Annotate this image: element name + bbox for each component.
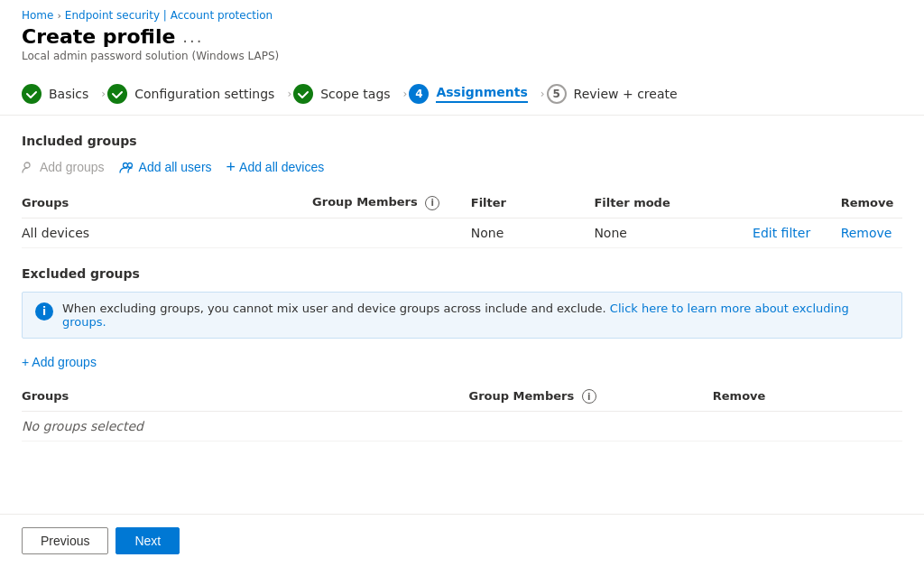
step-configuration-label: Configuration settings [134,87,274,101]
step-configuration[interactable]: Configuration settings [107,84,285,104]
person-add-icon [22,159,36,174]
excluded-groups-table: Groups Group Members i Remove No groups … [22,382,902,442]
info-banner-text: When excluding groups, you cannot mix us… [62,302,889,329]
step-scope[interactable]: Scope tags [293,84,401,104]
excl-group-members-info-icon[interactable]: i [582,389,596,404]
svg-point-1 [123,163,127,167]
footer: Previous Next [0,514,924,567]
add-all-users-button[interactable]: Add all users [119,157,212,176]
step-scope-circle [293,84,313,104]
step-assignments-label: Assignments [436,85,527,103]
cell-group-name: All devices [22,218,312,247]
breadcrumb-home[interactable]: Home [22,9,53,22]
page-subtitle: Local admin password solution (Windows L… [22,50,902,62]
wizard-steps: Basics › Configuration settings › Scope … [0,73,924,116]
col-header-filter-mode: Filter mode [594,188,753,218]
included-groups-title: Included groups [22,134,902,148]
step-sep-2: › [287,88,291,100]
svg-point-2 [127,163,132,167]
info-banner-icon: i [35,302,53,321]
cell-filter: None [471,218,595,247]
col-header-filter: Filter [471,188,595,218]
step-sep-1: › [101,88,106,100]
cell-edit-filter: Edit filter [753,218,841,247]
main-content: Included groups Add groups Add all user [0,116,924,514]
edit-filter-link[interactable]: Edit filter [753,226,810,240]
breadcrumb: Home › Endpoint security | Account prote… [0,0,924,25]
add-groups-button[interactable]: Add groups [22,157,105,176]
step-configuration-circle [107,84,127,104]
excl-col-header-groups: Groups [22,382,469,412]
table-row: All devices None None Edit filter Remove [22,218,902,247]
page-header: Create profile ... Local admin password … [0,25,924,73]
col-header-remove: Remove [841,188,902,218]
cell-filter-mode: None [594,218,753,247]
next-button[interactable]: Next [116,527,180,554]
step-basics-circle [22,84,42,104]
cell-members [312,218,471,247]
step-sep-3: › [403,88,408,100]
included-groups-actions: Add groups Add all users + Add all devic… [22,157,902,177]
step-review-label: Review + create [574,87,678,101]
add-groups-label: Add groups [40,160,105,174]
col-header-members: Group Members i [312,188,471,218]
step-review[interactable]: 5 Review + create [547,84,688,104]
remove-group-link[interactable]: Remove [841,226,892,240]
more-options-button[interactable]: ... [182,27,203,46]
svg-point-0 [24,163,30,168]
excluded-groups-actions: + Add groups [22,353,902,371]
step-basics-label: Basics [49,87,88,101]
excl-col-header-remove: Remove [713,382,902,412]
info-banner: i When excluding groups, you cannot mix … [22,292,902,339]
page-title: Create profile [22,25,175,48]
step-sep-4: › [541,88,545,100]
add-all-users-label: Add all users [139,160,212,174]
included-groups-table: Groups Group Members i Filter Filter mod… [22,188,902,248]
plus-icon: + [226,159,236,175]
cell-remove: Remove [841,218,902,247]
no-groups-row: No groups selected [22,412,902,442]
breadcrumb-endpoint[interactable]: Endpoint security | Account protection [65,9,273,22]
col-header-action [753,188,841,218]
group-members-info-icon[interactable]: i [425,196,439,210]
previous-button[interactable]: Previous [22,527,108,554]
step-basics[interactable]: Basics [22,84,99,104]
add-all-devices-label: Add all devices [239,160,324,174]
step-assignments[interactable]: 4 Assignments [409,84,538,104]
add-all-devices-button[interactable]: + Add all devices [226,157,325,177]
no-groups-text: No groups selected [22,412,902,442]
col-header-groups: Groups [22,188,312,218]
step-scope-label: Scope tags [320,87,390,101]
step-review-circle: 5 [547,84,567,104]
excluded-add-groups-button[interactable]: + Add groups [22,353,97,371]
excluded-groups-title: Excluded groups [22,266,902,281]
excl-col-header-members: Group Members i [469,382,713,412]
step-assignments-circle: 4 [409,84,429,104]
breadcrumb-sep-1: › [57,10,60,22]
excluded-add-groups-label: + Add groups [22,355,97,369]
people-icon [119,159,135,174]
